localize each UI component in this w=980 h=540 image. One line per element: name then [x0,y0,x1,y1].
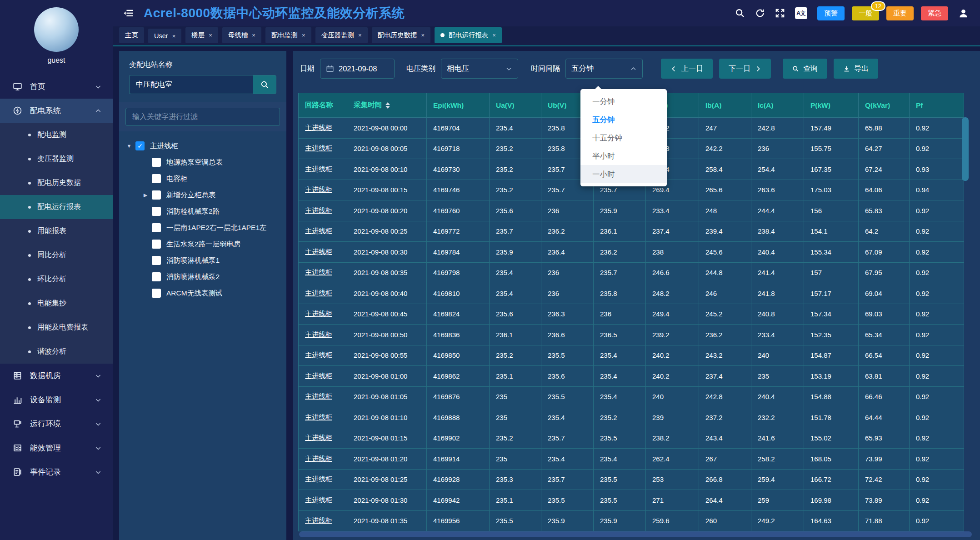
tree-node[interactable]: ▶新增分立柜总表 [125,187,282,203]
station-search-button[interactable] [253,75,276,94]
tree-node[interactable]: 电容柜 [125,170,282,187]
tree-node[interactable]: ARCM无线表测试 [125,285,282,301]
sort-icon[interactable] [385,102,390,109]
submenu-item[interactable]: 配电监测 [0,123,113,147]
interval-select[interactable]: 五分钟 [565,59,643,79]
tree-node[interactable]: 消防喷淋机械泵2 [125,269,282,285]
interval-option-十五分钟[interactable]: 十五分钟 [580,129,667,147]
search-icon[interactable] [735,8,745,18]
circuit-name-link[interactable]: 主进线柜 [305,144,332,152]
tab-配电监测[interactable]: 配电监测× [265,27,311,43]
tree-node[interactable]: 消防栓机械泵2路 [125,203,282,220]
checkbox-unchecked[interactable] [152,174,161,183]
close-tab-icon[interactable]: × [492,32,496,39]
user-icon[interactable] [958,8,968,18]
refresh-icon[interactable] [755,8,765,18]
next-day-button[interactable]: 下一日 [719,59,771,79]
close-tab-icon[interactable]: × [209,32,212,39]
caret-right-icon[interactable]: ▶ [142,192,149,198]
tab-楼层[interactable]: 楼层× [185,27,218,43]
submenu-item[interactable]: 用能及电费报表 [0,315,113,340]
alert-button-一般[interactable]: 一般12 [852,6,879,20]
alert-button-紧急[interactable]: 紧急 [921,6,948,20]
circuit-name-link[interactable]: 主进线柜 [305,392,332,400]
submenu-item[interactable]: 配电运行报表 [0,195,113,219]
submenu-item[interactable]: 谐波分析 [0,340,113,364]
circuit-name-link[interactable]: 主进线柜 [305,268,332,276]
sidebar-item-1[interactable]: 配电系统 [0,99,113,123]
tab-变压器监测[interactable]: 变压器监测× [315,27,368,43]
circuit-name-link[interactable]: 主进线柜 [305,310,332,317]
collapse-menu-icon[interactable] [123,8,135,18]
tab-配电运行报表[interactable]: 配电运行报表× [435,27,502,43]
circuit-name-link[interactable]: 主进线柜 [305,289,332,297]
circuit-name-link[interactable]: 主进线柜 [305,248,332,255]
sidebar-item-4[interactable]: 运行环境 [0,412,113,436]
tree-node[interactable]: 消防喷淋机械泵1 [125,252,282,269]
circuit-name-link[interactable]: 主进线柜 [305,516,332,524]
translate-icon[interactable]: A文 [795,7,807,19]
voltage-type-select[interactable]: 相电压 [441,59,518,79]
circuit-name-link[interactable]: 主进线柜 [305,124,332,131]
tree-filter-input[interactable] [125,108,280,126]
fullscreen-icon[interactable] [775,8,785,18]
circuit-name-link[interactable]: 主进线柜 [305,413,332,421]
checkbox-unchecked[interactable] [152,158,161,167]
tree-node[interactable]: 生活水泵2路一层弱电房 [125,236,282,252]
tab-User[interactable]: User× [148,29,181,43]
submenu-item[interactable]: 同比分析 [0,243,113,267]
circuit-name-link[interactable]: 主进线柜 [305,475,332,483]
interval-option-五分钟[interactable]: 五分钟 [580,110,667,129]
circuit-name-link[interactable]: 主进线柜 [305,185,332,193]
tree-node[interactable]: 地源热泵空调总表 [125,154,282,170]
tab-配电历史数据[interactable]: 配电历史数据× [372,27,431,43]
station-name-input[interactable] [129,75,253,94]
sidebar-item-5[interactable]: 能效管理 [0,436,113,460]
vertical-scrollbar[interactable] [962,117,969,181]
tree-node-root[interactable]: ▼主进线柜 [125,138,282,154]
checkbox-unchecked[interactable] [152,272,161,281]
circuit-name-link[interactable]: 主进线柜 [305,227,332,235]
circuit-name-link[interactable]: 主进线柜 [305,496,332,504]
sidebar-item-3[interactable]: 设备监测 [0,388,113,412]
close-tab-icon[interactable]: × [421,32,425,39]
submenu-item[interactable]: 配电历史数据 [0,171,113,195]
circuit-name-link[interactable]: 主进线柜 [305,206,332,214]
checkbox-unchecked[interactable] [152,207,161,216]
tab-主页[interactable]: 主页 [119,27,144,43]
interval-option-一小时[interactable]: 一小时 [580,165,667,183]
circuit-name-link[interactable]: 主进线柜 [305,165,332,173]
circuit-name-link[interactable]: 主进线柜 [305,434,332,441]
submenu-item[interactable]: 用能报表 [0,219,113,243]
close-tab-icon[interactable]: × [252,32,255,39]
checkbox-unchecked[interactable] [152,289,161,298]
prev-day-button[interactable]: 上一日 [661,59,713,79]
circuit-name-link[interactable]: 主进线柜 [305,372,332,380]
date-picker[interactable]: 2021-09-08 [320,59,395,79]
interval-option-半小时[interactable]: 半小时 [580,147,667,165]
query-button[interactable]: 查询 [783,59,827,79]
close-tab-icon[interactable]: × [358,32,362,39]
checkbox-unchecked[interactable] [152,256,161,265]
checkbox-checked[interactable] [135,141,145,150]
submenu-item[interactable]: 环比分析 [0,267,113,291]
submenu-item[interactable]: 电能集抄 [0,291,113,315]
sidebar-item-6[interactable]: 事件记录 [0,460,113,484]
close-tab-icon[interactable]: × [302,32,305,39]
circuit-name-link[interactable]: 主进线柜 [305,330,332,338]
submenu-item[interactable]: 变压器监测 [0,147,113,171]
checkbox-unchecked[interactable] [152,190,161,200]
sidebar-item-2[interactable]: 数据机房 [0,364,113,388]
close-tab-icon[interactable]: × [172,33,176,40]
circuit-name-link[interactable]: 主进线柜 [305,351,332,359]
circuit-name-link[interactable]: 主进线柜 [305,455,332,462]
horizontal-scrollbar[interactable] [299,531,972,537]
alert-button-预警[interactable]: 预警 [817,6,845,20]
interval-option-一分钟[interactable]: 一分钟 [580,92,667,110]
tree-node[interactable]: 一层南1APE2右一层北1APE1左 [125,220,282,236]
tab-母线槽[interactable]: 母线槽× [222,27,261,43]
sidebar-item-0[interactable]: 首页 [0,75,113,99]
alert-button-重要[interactable]: 重要 [886,6,914,20]
checkbox-unchecked[interactable] [152,223,161,232]
caret-down-icon[interactable]: ▼ [125,143,133,149]
